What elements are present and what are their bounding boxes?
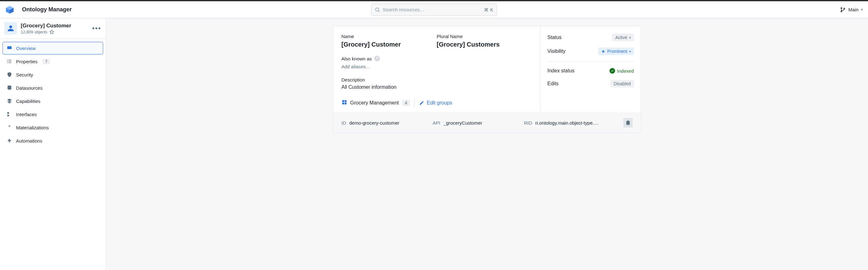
sidebar-item-security[interactable]: Security — [2, 68, 103, 81]
add-aliases-button[interactable]: Add aliases… — [342, 64, 371, 69]
svg-point-0 — [375, 8, 379, 11]
entity-type-icon — [4, 22, 17, 35]
sidebar-item-automations[interactable]: Automations — [2, 134, 103, 147]
sidebar-item-properties[interactable]: Properties 7 — [2, 55, 103, 68]
rid-label: RID — [524, 120, 532, 125]
index-status-value: ✓ Indexed — [610, 68, 634, 73]
status-label: Status — [548, 35, 562, 40]
branch-label: Main — [848, 7, 859, 12]
edit-groups-label: Edit groups — [427, 100, 452, 106]
svg-rect-16 — [344, 100, 346, 102]
group-chip[interactable]: Grocery Management 4 — [342, 99, 410, 107]
aka-label: Also known as — [342, 56, 372, 61]
interfaces-icon — [7, 111, 12, 117]
app-header: Ontology Manager ⌘ K Main ▾ — [0, 1, 868, 18]
sidebar-item-label: Capabilities — [16, 98, 40, 104]
name-label: Name — [342, 34, 437, 39]
name-value: [Grocery] Customer — [342, 41, 437, 48]
status-value: Active — [615, 35, 627, 40]
status-selector[interactable]: Active ▾ — [612, 34, 634, 41]
description-label: Description — [342, 77, 532, 83]
list-icon — [7, 59, 12, 64]
app-title: Ontology Manager — [22, 6, 72, 13]
database-icon — [7, 85, 12, 91]
person-icon — [7, 25, 14, 32]
branch-selector[interactable]: Main ▾ — [840, 7, 863, 12]
svg-rect-15 — [342, 100, 344, 102]
caret-down-icon: ▾ — [629, 36, 631, 39]
caret-down-icon: ▾ — [861, 7, 863, 12]
divider — [414, 99, 415, 107]
svg-marker-5 — [50, 30, 54, 34]
upload-icon — [7, 125, 12, 130]
svg-rect-7 — [8, 60, 11, 60]
svg-rect-19 — [627, 121, 629, 121]
copy-rid-button[interactable] — [623, 118, 633, 127]
svg-rect-11 — [8, 63, 11, 63]
layers-icon — [7, 98, 12, 104]
sidebar-item-label: Properties — [16, 59, 37, 64]
sidebar-nav: Overview Properties 7 Security Datasour — [0, 39, 106, 150]
monitor-icon — [7, 45, 12, 51]
sidebar-item-label: Overview — [16, 46, 36, 51]
index-status-label: Index status — [548, 68, 575, 73]
svg-rect-14 — [7, 115, 9, 116]
clipboard-icon — [625, 120, 630, 125]
entity-count: 12,809 objects — [21, 30, 48, 34]
sidebar-item-materializations[interactable]: Materializations — [2, 121, 103, 134]
id-value: demo-grocery-customer — [349, 120, 399, 125]
group-count: 4 — [402, 100, 410, 106]
edit-groups-button[interactable]: Edit groups — [419, 100, 452, 106]
id-label: ID — [342, 120, 346, 125]
global-search[interactable]: ⌘ K — [371, 4, 497, 16]
svg-point-4 — [844, 8, 845, 9]
star-icon: ★ — [601, 49, 606, 54]
plural-label: Plural Name — [437, 34, 532, 39]
sidebar-item-overview[interactable]: Overview — [2, 42, 103, 55]
sidebar-item-capabilities[interactable]: Capabilities — [2, 95, 103, 107]
svg-point-2 — [841, 7, 842, 8]
entity-more-button[interactable]: ••• — [92, 24, 101, 32]
identifiers-footer: ID demo-grocery-customer API _groceryCus… — [333, 113, 641, 132]
cube-icon — [5, 5, 14, 14]
check-circle-icon: ✓ — [610, 68, 615, 73]
svg-point-3 — [841, 11, 842, 12]
sidebar-item-interfaces[interactable]: Interfaces — [2, 108, 103, 121]
sidebar-item-label: Interfaces — [16, 112, 37, 117]
branch-icon — [840, 7, 846, 12]
sidebar-item-label: Automations — [16, 138, 42, 144]
svg-line-1 — [378, 11, 379, 12]
divider — [548, 61, 634, 62]
search-shortcut: ⌘ K — [484, 7, 493, 12]
grid-icon — [342, 99, 347, 107]
svg-rect-9 — [8, 61, 11, 62]
api-label: API — [433, 120, 440, 125]
rid-value: ri.ontology.main.object-type.… — [535, 120, 598, 125]
overview-card: Name [Grocery] Customer Plural Name [Gro… — [333, 26, 641, 133]
sidebar-item-label: Materializations — [16, 125, 49, 130]
help-icon[interactable]: ? — [374, 56, 380, 61]
star-icon[interactable] — [50, 30, 54, 34]
shield-icon — [7, 72, 12, 78]
bolt-icon — [7, 138, 12, 144]
search-icon — [375, 7, 380, 12]
app-logo[interactable] — [5, 5, 14, 14]
visibility-value: Prominent — [607, 49, 627, 54]
visibility-selector[interactable]: ★ Prominent ▾ — [598, 48, 634, 55]
pencil-icon — [419, 100, 424, 106]
search-input[interactable] — [383, 7, 482, 12]
svg-rect-18 — [344, 102, 346, 104]
plural-value: [Grocery] Customers — [437, 41, 532, 48]
api-value: _groceryCustomer — [443, 120, 482, 125]
description-value: All Customer information — [342, 84, 532, 90]
edits-label: Edits — [548, 81, 559, 87]
entity-header: [Grocery] Customer 12,809 objects ••• — [0, 18, 106, 39]
svg-rect-13 — [7, 112, 9, 114]
sidebar-item-label: Security — [16, 72, 33, 78]
group-name: Grocery Management — [350, 100, 399, 106]
sidebar-item-label: Datasources — [16, 85, 42, 91]
edits-value: Disabled — [611, 80, 634, 88]
main-content: Name [Grocery] Customer Plural Name [Gro… — [106, 18, 868, 270]
caret-down-icon: ▾ — [629, 50, 631, 53]
sidebar-item-datasources[interactable]: Datasources — [2, 82, 103, 94]
